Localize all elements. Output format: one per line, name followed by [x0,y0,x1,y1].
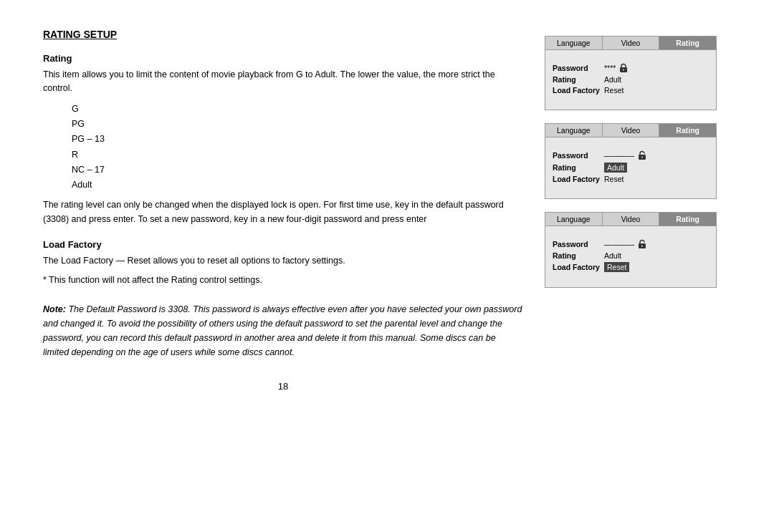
panel-3-body: Password ———— Rating Adult [545,226,716,287]
svg-point-1 [623,69,624,71]
panel-2-tab-language[interactable]: Language [545,124,603,137]
panel-1: Language Video Rating Password **** [545,36,717,110]
page-number: 18 [43,381,523,392]
panel-1-value-password: **** [604,63,629,73]
load-factory-subtitle: Load Factory [43,239,523,250]
rating-section: Rating This item allows you to limit the… [43,53,523,226]
panel-1-body: Password **** Rating Adult [545,50,716,110]
panel-2-value-load: Reset [604,175,624,183]
rating-subtitle: Rating [43,53,523,64]
rating-list: G PG PG – 13 R NC – 17 Adult [72,102,523,193]
panels-column: Language Video Rating Password **** [545,29,717,503]
svg-point-3 [641,157,643,158]
panel-3-row-rating: Rating Adult [553,251,709,260]
panel-3-tabs: Language Video Rating [545,213,716,226]
panel-1-tab-video[interactable]: Video [603,37,660,49]
panel-3-tab-video[interactable]: Video [603,213,660,226]
panel-3: Language Video Rating Password ———— [545,212,717,288]
panel-2-row-password: Password ———— [553,150,709,160]
panel-1-tabs: Language Video Rating [545,37,716,50]
load-factory-section: Load Factory The Load Factory — Reset al… [43,239,523,288]
panel-1-tab-rating[interactable]: Rating [659,37,716,49]
load-factory-para-1: The Load Factory — Reset allows you to r… [43,254,523,268]
panel-2-tab-video[interactable]: Video [603,124,660,137]
list-item: Adult [72,178,523,193]
note-block: Note: The Default Password is 3308. This… [43,302,523,359]
lock-open-icon [637,150,647,160]
panel-3-value-rating: Adult [604,251,621,260]
panel-2-label-load: Load Factory [553,175,604,183]
panel-1-row-password: Password **** [553,63,709,73]
panel-1-value-load: Reset [604,86,624,95]
list-item: NC – 17 [72,163,523,178]
page-title: RATING SETUP [43,29,523,40]
panel-2-body: Password ———— Rating Adult [545,137,716,198]
main-content: RATING SETUP Rating This item allows you… [43,29,545,503]
panel-1-tab-language[interactable]: Language [545,37,603,49]
panel-2-label-rating: Rating [553,163,604,172]
note-bold-prefix: Note: [43,304,66,314]
panel-2-row-rating: Rating Adult [553,163,709,173]
panel-1-label-password: Password [553,64,604,72]
note-text: The Default Password is 3308. This passw… [43,304,522,357]
panel-1-value-rating: Adult [604,75,621,84]
panel-2: Language Video Rating Password ———— [545,123,717,199]
lock-open-icon-2 [637,239,647,249]
panel-3-row-load: Load Factory Reset [553,262,709,272]
lock-closed-icon [618,63,629,73]
panel-3-tab-rating[interactable]: Rating [659,213,716,226]
rating-para-1: This item allows you to limit the conten… [43,68,523,96]
list-item: PG [72,117,523,132]
panel-1-label-rating: Rating [553,75,604,84]
panel-3-value-load: Reset [604,262,629,272]
panel-3-label-password: Password [553,240,604,248]
panel-3-label-load: Load Factory [553,263,604,271]
load-factory-para-2: * This function will not affect the Rati… [43,274,523,287]
panel-2-value-rating: Adult [604,163,627,173]
svg-point-5 [641,246,643,247]
panel-2-value-password: ———— [604,150,647,160]
panel-2-label-password: Password [553,151,604,160]
panel-3-tab-language[interactable]: Language [545,213,603,226]
panel-2-tabs: Language Video Rating [545,124,716,137]
list-item: PG – 13 [72,132,523,147]
panel-1-row-load: Load Factory Reset [553,86,709,95]
list-item: R [72,147,523,163]
panel-2-tab-rating[interactable]: Rating [659,124,716,137]
list-item: G [72,102,523,117]
panel-1-row-rating: Rating Adult [553,75,709,84]
panel-3-row-password: Password ———— [553,239,709,249]
panel-1-label-load: Load Factory [553,86,604,95]
panel-3-value-password: ———— [604,239,647,249]
rating-para-2: The rating level can only be changed whe… [43,198,523,226]
panel-3-label-rating: Rating [553,251,604,260]
panel-2-row-load: Load Factory Reset [553,175,709,183]
